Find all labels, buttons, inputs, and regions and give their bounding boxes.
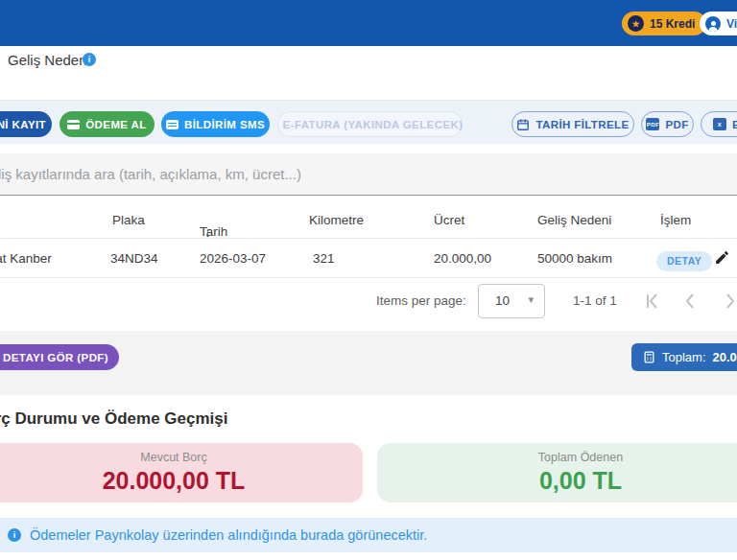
excel-icon: X (713, 118, 726, 130)
sms-notification-button[interactable]: BİLDİRİM SMS (161, 111, 270, 137)
excel-label: EXCEL (732, 119, 737, 130)
new-record-button[interactable]: YENİ KAYIT (0, 111, 52, 137)
info-icon: i (8, 528, 21, 542)
paginator: Items per page: 10 ▾ 1-1 of 1 (0, 279, 737, 325)
payments-info-bar: i Ödemeler Paynkolay üzerinden alındığın… (0, 518, 737, 552)
table-header-row: Müşteri Plaka Tarih↓ Kilometre Ücret Gel… (0, 201, 737, 239)
debt-section-title: Borç Durumu ve Ödeme Geçmişi (0, 409, 227, 429)
column-header-plaka[interactable]: Plaka (112, 213, 145, 227)
total-value: 20.000,00 TL (713, 350, 737, 364)
column-header-ucret[interactable]: Ücret (434, 213, 464, 227)
user-icon (705, 16, 721, 32)
account-label: Vitesio (726, 17, 737, 31)
total-detail-label: TOPLAM DETAYI GÖR (PDF) (0, 352, 108, 363)
top-header-bar: ★ 15 Kredi Vitesio (0, 0, 737, 46)
page: ★ 15 Kredi Vitesio Geliş Nedeni i YENİ K… (0, 0, 737, 560)
current-debt-value: 20.000,00 TL (103, 467, 246, 495)
search-field (0, 153, 737, 196)
pdf-icon: PDF (646, 118, 659, 130)
page-range-label: 1-1 of 1 (573, 293, 617, 308)
chevron-down-icon: ▾ (528, 293, 534, 306)
total-paid-label: Toplam Ödenen (538, 451, 623, 464)
items-per-page-label: Items per page: (376, 293, 466, 308)
take-payment-button[interactable]: ÖDEME AL (59, 111, 155, 137)
coin-icon: ★ (628, 15, 644, 32)
current-debt-card: Mevcut Borç 20.000,00 TL (0, 443, 363, 502)
total-paid-value: 0,00 TL (539, 467, 622, 495)
first-page-icon[interactable] (641, 290, 664, 313)
page-size-select[interactable]: 10 ▾ (478, 284, 545, 318)
cell-musteri: Murat Kanber (0, 251, 52, 266)
search-input[interactable] (0, 153, 737, 195)
edit-pencil-icon[interactable] (714, 249, 730, 266)
credit-card-icon (67, 120, 80, 129)
take-payment-label: ÖDEME AL (85, 119, 146, 130)
pdf-label: PDF (665, 119, 688, 130)
account-badge[interactable]: Vitesio (700, 12, 737, 35)
credits-badge[interactable]: ★ 15 Kredi (622, 12, 706, 35)
date-filter-button[interactable]: TARİH FİLTRELE (511, 111, 634, 137)
section-title: Geliş Nedeni (8, 52, 90, 68)
sms-label: BİLDİRİM SMS (184, 119, 265, 130)
previous-page-icon[interactable] (679, 290, 702, 313)
total-detail-pdf-button[interactable]: TOPLAM DETAYI GÖR (PDF) (0, 344, 119, 370)
cell-kilometre: 321 (313, 251, 335, 266)
new-record-label: YENİ KAYIT (0, 119, 46, 130)
cell-gelis-nedeni: 50000 bakım (537, 251, 612, 266)
current-debt-label: Mevcut Borç (140, 451, 206, 464)
cell-ucret: 20.000,00 (434, 251, 491, 266)
cell-plaka: 34ND34 (110, 251, 158, 266)
total-paid-card: Toplam Ödenen 0,00 TL (377, 443, 737, 502)
detail-button[interactable]: DETAY (656, 251, 712, 271)
einvoice-button-disabled: E-FATURA (YAKINDA GELECEK) (277, 111, 463, 137)
calendar-icon (516, 118, 530, 131)
total-badge: Toplam: 20.000,00 TL (631, 343, 737, 371)
page-size-value: 10 (495, 293, 510, 308)
table-row: Murat Kanber 34ND34 2026-03-07 321 20.00… (0, 239, 737, 278)
column-header-kilometre[interactable]: Kilometre (309, 213, 364, 227)
export-pdf-button[interactable]: PDF PDF (641, 111, 694, 137)
total-label: Toplam: (662, 350, 706, 364)
einvoice-label: E-FATURA (YAKINDA GELECEK) (283, 119, 464, 130)
column-header-islem: İşlem (660, 213, 691, 227)
export-excel-button[interactable]: X EXCEL (701, 111, 737, 137)
info-icon[interactable]: i (83, 53, 96, 66)
payments-info-text: Ödemeler Paynkolay üzerinden alındığında… (30, 527, 427, 543)
column-header-gelis-nedeni[interactable]: Geliş Nedeni (537, 213, 611, 227)
date-filter-label: TARİH FİLTRELE (535, 119, 629, 130)
next-page-icon[interactable] (718, 290, 737, 313)
calculator-icon (643, 350, 655, 364)
sort-desc-icon[interactable]: ↓ (204, 224, 211, 240)
chat-bubble-icon (166, 120, 178, 129)
credits-label: 15 Kredi (650, 17, 695, 31)
cell-tarih: 2026-03-07 (200, 251, 266, 266)
